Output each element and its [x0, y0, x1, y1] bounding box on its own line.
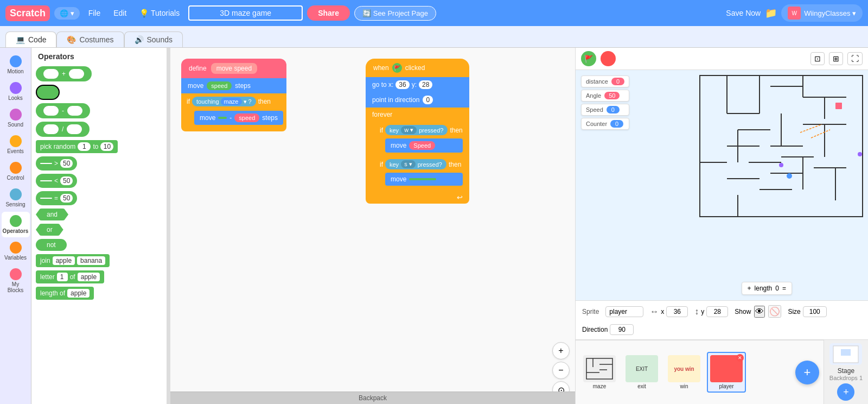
add-backdrop-button[interactable]: + [837, 383, 854, 401]
tab-costumes[interactable]: 🎨 Costumes [56, 31, 124, 47]
minus-left-input[interactable] [43, 106, 59, 116]
edit-menu[interactable]: Edit [109, 7, 131, 20]
length-of-block[interactable]: length of apple [36, 287, 94, 300]
direction-input[interactable] [610, 324, 634, 335]
sprite-name-input[interactable] [605, 306, 643, 317]
share-button[interactable]: Share [307, 5, 350, 21]
or-block[interactable]: or [36, 224, 63, 236]
fullscreen-button[interactable]: ⛶ [847, 52, 863, 65]
go-y-input[interactable]: 28 [419, 80, 432, 89]
random-from-input[interactable]: 1 [78, 142, 91, 151]
sidebar-item-sound[interactable]: Sound [2, 105, 30, 131]
plus-left-input[interactable] [43, 69, 59, 79]
define-block[interactable]: define move speed [181, 59, 286, 78]
plus-block[interactable]: + [36, 66, 92, 81]
plus-right-input[interactable] [69, 69, 84, 79]
sidebar-item-myblocks[interactable]: My Blocks [2, 265, 30, 296]
and-block[interactable]: and [36, 209, 68, 220]
stage-thumbnail[interactable] [829, 343, 862, 365]
when-flag-group[interactable]: when 🚩 clicked go to x: 36 y: 28 point i… [366, 59, 469, 204]
maze-dropdown[interactable]: maze [221, 98, 242, 105]
backpack-bar[interactable]: Backpack [170, 392, 575, 404]
move-speed-steps-block[interactable]: move speed steps [181, 78, 286, 93]
sprite-thumb-exit[interactable]: EXIT exit [622, 352, 661, 393]
scripts-area[interactable]: define move speed move speed steps if to… [170, 48, 575, 404]
minus-right-input[interactable] [67, 106, 82, 116]
letter-n-input[interactable]: 1 [57, 273, 68, 281]
lt-right-input[interactable]: 50 [60, 176, 73, 185]
letter-of-input[interactable]: apple [78, 273, 100, 281]
unmaximize-button[interactable]: ⊡ [810, 52, 825, 65]
letter-block[interactable]: letter 1 of apple [36, 270, 104, 283]
hide-eye-button[interactable]: 🚫 [768, 305, 781, 318]
gt-left-input[interactable] [40, 163, 52, 164]
tutorials-button[interactable]: 💡 Tutorials [135, 7, 184, 20]
divide-right-input[interactable] [67, 124, 82, 134]
scratch-logo[interactable]: Scratch [5, 5, 50, 21]
sidebar-item-operators[interactable]: Operators [2, 212, 30, 237]
minus-block[interactable]: - [36, 103, 90, 118]
eq-left-input[interactable] [40, 198, 52, 199]
file-menu[interactable]: File [84, 7, 105, 20]
inner-move-block[interactable]: move - speed steps [194, 111, 283, 125]
move-neg-block[interactable]: move [385, 173, 463, 186]
move-speed-block[interactable]: move Speed [385, 138, 463, 153]
sprite-thumb-win[interactable]: you win win [665, 352, 704, 393]
green-flag-button[interactable]: 🚩 [581, 51, 596, 66]
go-x-input[interactable]: 36 [395, 80, 409, 89]
greater-than-block[interactable]: > 50 [36, 156, 77, 171]
eq-right-input[interactable]: 50 [60, 194, 73, 203]
join-b-input[interactable]: banana [77, 256, 105, 265]
w-dropdown[interactable]: w ▾ [401, 126, 417, 134]
user-menu-button[interactable]: W WiingyClasses ▾ [781, 4, 863, 22]
when-flag-block[interactable]: when 🚩 clicked [366, 59, 469, 77]
if-s-block[interactable]: if key s ▾ pressed? then [376, 157, 466, 172]
tab-sounds[interactable]: 🔊 Sounds [124, 31, 183, 47]
divide-left-input[interactable] [43, 124, 59, 134]
gt-right-input[interactable]: 50 [60, 159, 73, 168]
direction-input[interactable]: 0 [423, 96, 433, 104]
not-block[interactable]: not [36, 239, 67, 251]
forever-block[interactable]: forever [366, 108, 469, 122]
point-direction-block[interactable]: point in direction 0 [366, 92, 469, 108]
red-stop-button[interactable] [601, 51, 616, 66]
pick-random-block[interactable]: pick random 1 to 10 [36, 140, 118, 153]
size-input[interactable] [803, 306, 827, 317]
if-w-block[interactable]: if key w ▾ pressed? then [376, 123, 466, 137]
maximize-button[interactable]: ⊞ [829, 52, 843, 65]
delete-sprite-button[interactable]: ✕ [736, 354, 744, 362]
save-now-button[interactable]: Save Now [726, 9, 761, 17]
join-a-input[interactable]: apple [53, 256, 75, 265]
divide-block[interactable]: / [36, 122, 90, 137]
sprite-thumb-maze[interactable]: maze [580, 352, 619, 393]
sprite-thumb-player[interactable]: ✕ player [707, 352, 746, 393]
equals-block[interactable]: = 50 [36, 191, 77, 205]
show-eye-button[interactable]: 👁 [754, 306, 765, 318]
sidebar-item-control[interactable]: Control [2, 159, 30, 184]
sidebar-item-looks[interactable]: Looks [2, 79, 30, 104]
s-dropdown[interactable]: s ▾ [401, 160, 416, 168]
sidebar-item-motion[interactable]: Motion [2, 52, 30, 78]
lt-left-input[interactable] [40, 180, 52, 181]
see-project-button[interactable]: 🔄 See Project Page [354, 6, 436, 21]
join-block[interactable]: join apple banana [36, 254, 110, 267]
go-to-xy-block[interactable]: go to x: 36 y: 28 [366, 77, 469, 92]
zoom-out-button[interactable]: − [552, 362, 570, 379]
zoom-in-button[interactable]: + [552, 342, 570, 359]
define-group[interactable]: define move speed move speed steps if to… [181, 59, 286, 131]
less-than-block[interactable]: < 50 [36, 174, 77, 188]
sidebar-item-sensing[interactable]: Sensing [2, 185, 30, 211]
outlined-oval-block[interactable] [36, 85, 60, 100]
tab-code[interactable]: 💻 Code [5, 31, 56, 47]
random-to-input[interactable]: 10 [100, 142, 113, 151]
if-touching-block[interactable]: if touching maze ▾ ? then [181, 93, 286, 110]
globe-button[interactable]: 🌐 ▾ [54, 7, 80, 20]
y-value-input[interactable] [706, 306, 728, 317]
length-of-input[interactable]: apple [67, 289, 90, 298]
sidebar-item-events[interactable]: Events [2, 132, 30, 157]
add-sprite-button[interactable]: + [795, 361, 819, 384]
sidebar-item-variables[interactable]: Variables [2, 238, 30, 264]
folder-icon-button[interactable]: 📁 [765, 7, 777, 19]
x-value-input[interactable] [666, 306, 688, 317]
project-name-input[interactable] [188, 5, 303, 21]
